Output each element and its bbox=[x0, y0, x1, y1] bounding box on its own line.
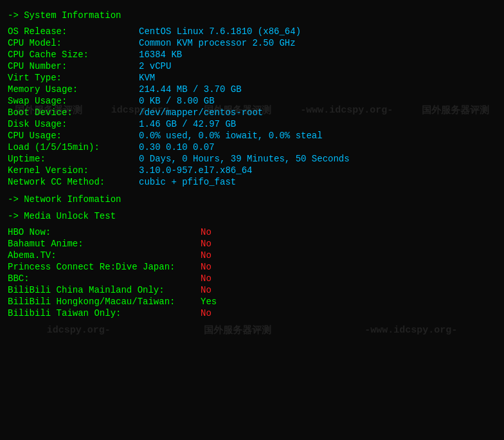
system-label: CPU Model: bbox=[8, 37, 136, 49]
system-value: 214.44 MB / 3.70 GB bbox=[136, 84, 496, 95]
system-row: Virt Type: KVM bbox=[8, 72, 496, 84]
media-label: BBC: bbox=[8, 273, 201, 284]
media-row: BiliBili Hongkong/Macau/Taiwan: Yes bbox=[8, 296, 496, 307]
media-row: Bahamut Anime: No bbox=[8, 238, 496, 250]
system-label: Swap Usage: bbox=[8, 95, 136, 107]
system-value: 0.30 0.10 0.07 bbox=[136, 142, 496, 153]
media-label: Bilibili Taiwan Only: bbox=[8, 307, 201, 319]
system-row: Kernel Version: 3.10.0-957.el7.x86_64 bbox=[8, 165, 496, 176]
media-row: HBO Now: No bbox=[8, 226, 496, 238]
system-value: /dev/mapper/centos-root bbox=[136, 107, 496, 118]
media-label: BiliBili Hongkong/Macau/Taiwan: bbox=[8, 296, 201, 307]
system-value: KVM bbox=[136, 72, 496, 84]
system-label: CPU Usage: bbox=[8, 130, 136, 142]
system-row: Uptime: 0 Days, 0 Hours, 39 Minutes, 50 … bbox=[8, 153, 496, 165]
system-row: CPU Model: Common KVM processor 2.50 GHz bbox=[8, 37, 496, 49]
system-value: 0 KB / 8.00 GB bbox=[136, 95, 496, 107]
system-label: Boot Device: bbox=[8, 107, 136, 118]
system-row: CPU Number: 2 vCPU bbox=[8, 60, 496, 72]
system-label: Load (1/5/15min): bbox=[8, 142, 136, 153]
system-value: Common KVM processor 2.50 GHz bbox=[136, 37, 496, 49]
system-row: Disk Usage: 1.46 GB / 42.97 GB bbox=[8, 118, 496, 130]
system-row: Memory Usage: 214.44 MB / 3.70 GB bbox=[8, 84, 496, 95]
system-label: Kernel Version: bbox=[8, 165, 136, 176]
media-value: No bbox=[201, 284, 496, 296]
media-row: Abema.TV: No bbox=[8, 250, 496, 261]
media-value: No bbox=[201, 307, 496, 319]
system-label: Memory Usage: bbox=[8, 84, 136, 95]
system-value: 1.46 GB / 42.97 GB bbox=[136, 118, 496, 130]
media-row: Bilibili Taiwan Only: No bbox=[8, 307, 496, 319]
media-label: BiliBili China Mainland Only: bbox=[8, 284, 201, 296]
network-section: -> Network Infomation bbox=[8, 194, 496, 205]
system-value: 0 Days, 0 Hours, 39 Minutes, 50 Seconds bbox=[136, 153, 496, 165]
media-value: No bbox=[201, 250, 496, 261]
media-value: No bbox=[201, 261, 496, 273]
media-label: Abema.TV: bbox=[8, 250, 201, 261]
media-value: No bbox=[201, 238, 496, 250]
system-value: cubic + pfifo_fast bbox=[136, 176, 496, 188]
media-value: No bbox=[201, 273, 496, 284]
media-value: Yes bbox=[201, 296, 496, 307]
media-row: BiliBili China Mainland Only: No bbox=[8, 284, 496, 296]
system-label: Virt Type: bbox=[8, 72, 136, 84]
system-header: -> System Information bbox=[8, 10, 496, 21]
system-value: CentOS Linux 7.6.1810 (x86_64) bbox=[136, 26, 496, 37]
system-label: CPU Number: bbox=[8, 60, 136, 72]
system-value: 16384 KB bbox=[136, 49, 496, 60]
system-row: Boot Device: /dev/mapper/centos-root bbox=[8, 107, 496, 118]
system-section: -> System Information OS Release: CentOS… bbox=[8, 10, 496, 188]
system-table: OS Release: CentOS Linux 7.6.1810 (x86_6… bbox=[8, 26, 496, 188]
system-label: Network CC Method: bbox=[8, 176, 136, 188]
media-row: Princess Connect Re:Dive Japan: No bbox=[8, 261, 496, 273]
system-row: Swap Usage: 0 KB / 8.00 GB bbox=[8, 95, 496, 107]
system-label: Uptime: bbox=[8, 153, 136, 165]
system-value: 3.10.0-957.el7.x86_64 bbox=[136, 165, 496, 176]
system-row: CPU Cache Size: 16384 KB bbox=[8, 49, 496, 60]
system-label: Disk Usage: bbox=[8, 118, 136, 130]
system-value: 0.0% used, 0.0% iowait, 0.0% steal bbox=[136, 130, 496, 142]
system-label: CPU Cache Size: bbox=[8, 49, 136, 60]
network-header: -> Network Infomation bbox=[8, 194, 496, 205]
media-table: HBO Now: No Bahamut Anime: No Abema.TV: … bbox=[8, 226, 496, 319]
system-row: Load (1/5/15min): 0.30 0.10 0.07 bbox=[8, 142, 496, 153]
system-label: OS Release: bbox=[8, 26, 136, 37]
media-section: -> Media Unlock Test HBO Now: No Bahamut… bbox=[8, 211, 496, 319]
media-label: Princess Connect Re:Dive Japan: bbox=[8, 261, 201, 273]
system-row: Network CC Method: cubic + pfifo_fast bbox=[8, 176, 496, 188]
media-row: BBC: No bbox=[8, 273, 496, 284]
system-value: 2 vCPU bbox=[136, 60, 496, 72]
media-label: HBO Now: bbox=[8, 226, 201, 238]
system-row: OS Release: CentOS Linux 7.6.1810 (x86_6… bbox=[8, 26, 496, 37]
media-header: -> Media Unlock Test bbox=[8, 211, 496, 221]
media-value: No bbox=[201, 226, 496, 238]
system-row: CPU Usage: 0.0% used, 0.0% iowait, 0.0% … bbox=[8, 130, 496, 142]
media-label: Bahamut Anime: bbox=[8, 238, 201, 250]
